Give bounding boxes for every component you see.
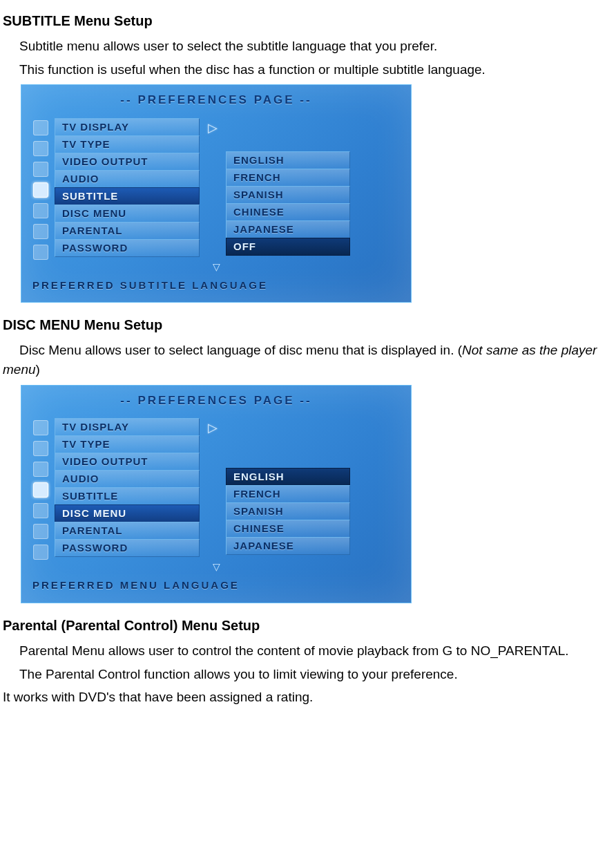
category-icon-selected[interactable] (33, 482, 48, 498)
menu-item-tv-type[interactable]: TV TYPE (55, 135, 200, 153)
category-icon[interactable] (33, 503, 48, 518)
category-icon[interactable] (33, 120, 48, 135)
category-icon[interactable] (33, 462, 48, 477)
menu-item-password[interactable]: PASSWORD (55, 539, 200, 557)
option-item-english[interactable]: ENGLISH (226, 151, 350, 169)
paragraph: This function is useful when the disc ha… (3, 60, 613, 79)
paragraph: Parental Menu allows user to control the… (3, 641, 613, 661)
osd-title: -- PREFERENCES PAGE -- (32, 92, 400, 109)
option-item-chinese[interactable]: CHINESE (226, 520, 350, 538)
option-item-english[interactable]: ENGLISH (226, 468, 350, 486)
option-item-spanish[interactable]: SPANISH (226, 502, 350, 520)
menu-item-video-output[interactable]: VIDEO OUTPUT (55, 453, 200, 471)
heading-subtitle-setup: SUBTITLE Menu Setup (3, 11, 613, 31)
paragraph: It works with DVD's that have been assig… (3, 688, 613, 707)
menu-item-parental[interactable]: PARENTAL (55, 522, 200, 540)
category-icon[interactable] (33, 545, 48, 560)
category-icon[interactable] (33, 441, 48, 456)
category-icon[interactable] (33, 224, 48, 239)
osd-icon-column (32, 419, 49, 560)
menu-item-parental[interactable]: PARENTAL (55, 222, 200, 240)
category-icon[interactable] (33, 245, 48, 260)
category-icon[interactable] (33, 141, 48, 156)
osd-preferences-discmenu: -- PREFERENCES PAGE -- TV DISPLAYTV TYPE… (21, 385, 412, 603)
option-item-japanese[interactable]: JAPANESE (226, 537, 350, 555)
menu-item-audio[interactable]: AUDIO (55, 470, 200, 488)
osd-preferences-subtitle: -- PREFERENCES PAGE -- TV DISPLAYTV TYPE… (21, 84, 412, 303)
menu-item-disc-menu[interactable]: DISC MENU (55, 205, 200, 223)
paragraph: Subtitle menu allows user to select the … (3, 37, 613, 56)
menu-item-subtitle[interactable]: SUBTITLE (55, 487, 200, 505)
text: Disc Menu allows user to select language… (19, 343, 462, 357)
category-icon-selected[interactable] (33, 182, 48, 198)
text: ) (36, 362, 40, 377)
option-item-off[interactable]: OFF (226, 238, 350, 256)
option-item-french[interactable]: FRENCH (226, 485, 350, 503)
menu-item-tv-display[interactable]: TV DISPLAY (55, 118, 200, 136)
option-item-spanish[interactable]: SPANISH (226, 186, 350, 204)
paragraph: The Parental Control function allows you… (3, 665, 613, 684)
menu-item-tv-type[interactable]: TV TYPE (55, 435, 200, 453)
menu-item-subtitle[interactable]: SUBTITLE (55, 187, 200, 205)
menu-item-disc-menu[interactable]: DISC MENU (55, 504, 200, 522)
osd-icon-column (32, 119, 49, 260)
osd-title: -- PREFERENCES PAGE -- (32, 393, 400, 410)
chevron-down-icon: ▽ (32, 260, 400, 271)
menu-item-video-output[interactable]: VIDEO OUTPUT (55, 153, 200, 171)
chevron-right-icon: ▷ (208, 419, 218, 437)
paragraph: Disc Menu allows user to select language… (3, 341, 613, 379)
heading-discmenu-setup: DISC MENU Menu Setup (3, 315, 613, 335)
heading-parental-setup: Parental (Parental Control) Menu Setup (3, 616, 613, 636)
category-icon[interactable] (33, 203, 48, 218)
menu-item-password[interactable]: PASSWORD (55, 239, 200, 257)
chevron-down-icon: ▽ (32, 560, 400, 571)
menu-item-tv-display[interactable]: TV DISPLAY (55, 418, 200, 436)
category-icon[interactable] (33, 524, 48, 539)
option-item-chinese[interactable]: CHINESE (226, 203, 350, 221)
category-icon[interactable] (33, 420, 48, 435)
option-item-french[interactable]: FRENCH (226, 169, 350, 187)
osd-footer: PREFERRED MENU LANGUAGE (32, 578, 400, 593)
chevron-right-icon: ▷ (208, 119, 218, 137)
option-item-japanese[interactable]: JAPANESE (226, 220, 350, 238)
osd-footer: PREFERRED SUBTITLE LANGUAGE (32, 278, 400, 293)
category-icon[interactable] (33, 162, 48, 177)
menu-item-audio[interactable]: AUDIO (55, 170, 200, 188)
